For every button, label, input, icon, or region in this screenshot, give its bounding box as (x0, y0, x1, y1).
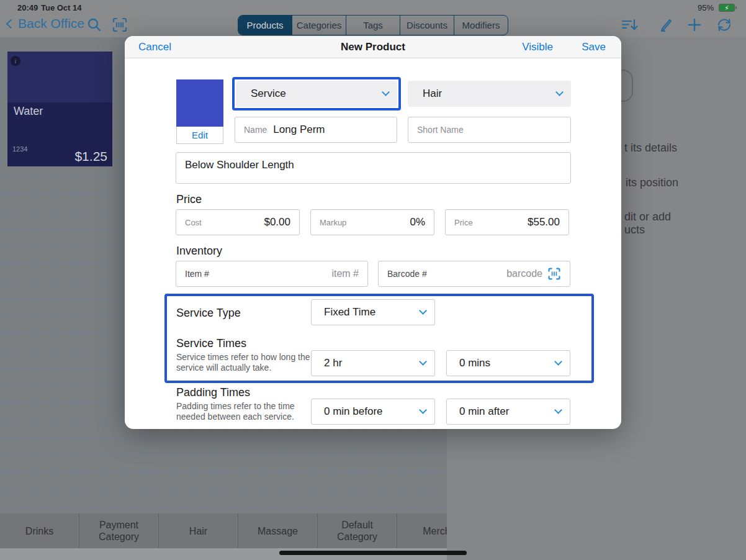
help-text-fragment: dit or add (624, 210, 671, 224)
service-times-help: Service times refer to how long the serv… (176, 352, 316, 373)
chevron-down-icon (554, 406, 562, 414)
item-number-label: Item # (185, 269, 209, 279)
chevron-down-icon (419, 307, 427, 315)
description-text: Below Shoulder Length (185, 159, 294, 171)
save-button[interactable]: Save (582, 41, 606, 53)
cost-value: $0.00 (264, 216, 290, 228)
edit-pencil-icon[interactable] (657, 16, 675, 34)
tab-modifiers[interactable]: Modifiers (454, 16, 508, 35)
category-hair[interactable]: Hair (159, 513, 238, 548)
service-type-label: Service Type (176, 307, 241, 320)
markup-field[interactable]: Markup 0% (310, 209, 434, 235)
tile-image-area (7, 52, 112, 102)
markup-value: 0% (410, 216, 425, 228)
modal-header: Cancel New Product Visible Save (125, 36, 621, 58)
cost-label: Cost (185, 218, 202, 227)
service-type-select[interactable]: Fixed Time (311, 299, 435, 325)
price-label: Price (454, 218, 473, 227)
status-bar: 20:49 Tue Oct 14 95% ⚡ (0, 0, 746, 14)
tab-discounts[interactable]: Discounts (400, 16, 454, 35)
chevron-down-icon (382, 88, 390, 96)
navigation-bar: Back Office Products Categories Tags Dis… (0, 14, 746, 37)
help-text-fragment: t its details (624, 142, 677, 155)
screen: 20:49 Tue Oct 14 95% ⚡ Back Office Produ… (0, 0, 746, 560)
barcode-scan-field-icon[interactable] (547, 267, 561, 281)
chevron-down-icon (419, 406, 427, 414)
battery-icon: ⚡ (719, 4, 735, 12)
barcode-field[interactable]: Barcode # barcode (378, 261, 570, 287)
padding-times-help: Padding times refer to the time needed b… (176, 401, 316, 422)
name-label: Name (244, 125, 267, 135)
chevron-left-icon (6, 19, 16, 29)
markup-label: Markup (320, 218, 346, 227)
back-office-label: Back Office (18, 16, 84, 31)
chevron-down-icon (419, 358, 427, 366)
tab-products[interactable]: Products (238, 16, 292, 35)
tab-categories[interactable]: Categories (292, 16, 346, 35)
category-select[interactable]: Hair (408, 81, 571, 107)
back-office-button[interactable]: Back Office (7, 16, 84, 31)
status-date: Tue Oct 14 (41, 3, 82, 12)
barcode-label: Barcode # (387, 269, 427, 279)
chevron-down-icon (554, 358, 562, 366)
padding-before-select[interactable]: 0 min before (311, 399, 435, 425)
help-text-fragment: its position (626, 176, 678, 189)
product-type-value: Service (251, 88, 286, 100)
help-text-fragment: ucts (624, 224, 645, 237)
name-field[interactable]: Name Long Perm (235, 117, 397, 143)
product-tile-water[interactable]: i Water 1234 $1.25 (7, 52, 112, 166)
price-section-title: Price (176, 193, 202, 206)
tab-tags[interactable]: Tags (346, 16, 400, 35)
tile-price: $1.25 (74, 149, 107, 164)
new-product-modal: Cancel New Product Visible Save Edit Ser… (125, 36, 621, 429)
charging-bolt-icon: ⚡ (724, 4, 729, 12)
item-number-placeholder: item # (331, 268, 359, 279)
description-field[interactable]: Below Shoulder Length (176, 152, 571, 184)
category-payment-category[interactable]: Payment Category (79, 513, 159, 548)
chevron-down-icon (555, 88, 564, 96)
price-field[interactable]: Price $55.00 (445, 209, 569, 235)
battery-percent: 95% (698, 3, 714, 12)
visible-button[interactable]: Visible (522, 41, 553, 53)
name-value: Long Perm (273, 124, 325, 136)
service-times-title: Service Times (176, 337, 246, 350)
cost-field[interactable]: Cost $0.00 (176, 209, 300, 235)
service-minutes-select[interactable]: 0 mins (446, 350, 570, 376)
search-icon[interactable] (85, 16, 104, 34)
sort-descending-icon[interactable] (621, 16, 639, 34)
inventory-section-title: Inventory (176, 245, 222, 258)
category-bar: Drinks Payment Category Hair Massage Def… (0, 513, 447, 548)
category-merch[interactable]: Merch (397, 513, 447, 548)
status-time: 20:49 (17, 3, 38, 12)
edit-image-button[interactable]: Edit (176, 127, 223, 144)
item-number-field[interactable]: Item # item # (176, 261, 368, 287)
barcode-scan-icon[interactable] (110, 16, 129, 34)
service-hours-value: 2 hr (324, 357, 342, 369)
category-value: Hair (423, 88, 442, 100)
padding-before-value: 0 min before (324, 405, 383, 418)
padding-times-title: Padding Times (176, 386, 250, 399)
short-name-field[interactable]: Short Name (408, 117, 571, 143)
padding-after-value: 0 min after (459, 405, 509, 418)
product-type-select[interactable]: Service (236, 81, 397, 107)
category-massage[interactable]: Massage (238, 513, 318, 548)
service-hours-select[interactable]: 2 hr (311, 350, 435, 376)
category-drinks[interactable]: Drinks (0, 513, 79, 548)
category-default-category[interactable]: Default Category (318, 513, 397, 548)
sync-icon[interactable] (715, 16, 734, 34)
padding-after-select[interactable]: 0 min after (446, 399, 570, 425)
info-icon[interactable]: i (11, 56, 20, 66)
product-image-swatch[interactable] (176, 79, 223, 127)
price-value: $55.00 (528, 216, 560, 228)
service-type-value: Fixed Time (324, 306, 375, 318)
service-minutes-value: 0 mins (459, 357, 490, 369)
tile-name: Water (14, 105, 43, 118)
tile-sku: 1234 (12, 145, 27, 153)
tab-bar: Products Categories Tags Discounts Modif… (238, 15, 508, 35)
add-icon[interactable] (685, 16, 704, 34)
short-name-placeholder: Short Name (417, 125, 464, 135)
barcode-placeholder: barcode (506, 268, 542, 279)
home-indicator[interactable] (279, 551, 467, 555)
